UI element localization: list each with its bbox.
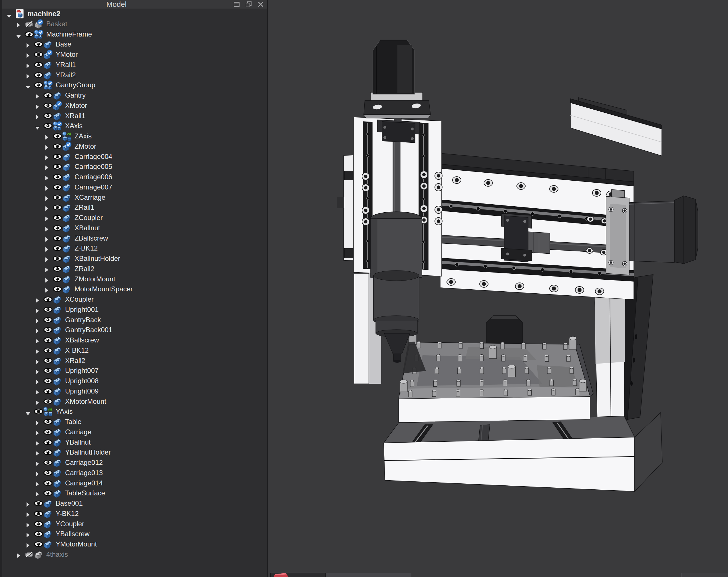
visibility-eye-icon[interactable]: [53, 225, 62, 233]
expander-right-icon[interactable]: [35, 348, 40, 356]
expander-right-icon[interactable]: [35, 307, 40, 315]
tree-item-carriage[interactable]: Carriage: [2, 427, 267, 437]
visibility-eye-icon[interactable]: [53, 245, 62, 253]
tree-item-yaxis[interactable]: YAxis: [2, 406, 267, 417]
bottom-tab-inactive[interactable]: [326, 573, 411, 577]
tree-item-gantry[interactable]: Gantry: [2, 90, 267, 101]
visibility-eye-icon[interactable]: [24, 31, 34, 39]
visibility-eye-icon[interactable]: [34, 500, 44, 508]
expander-right-icon[interactable]: [35, 378, 40, 386]
visibility-eye-icon[interactable]: [34, 41, 44, 49]
tree-item-xcarriage[interactable]: XCarriage: [2, 192, 267, 202]
tree-item-xmotormount[interactable]: XMotorMount: [2, 396, 267, 407]
expander-right-icon[interactable]: [45, 266, 49, 274]
tree-item-upright008[interactable]: Upright008: [2, 376, 267, 386]
expander-right-icon[interactable]: [17, 21, 21, 29]
tree-item-zmotormount[interactable]: ZMotorMount: [2, 274, 267, 284]
visibility-eye-icon[interactable]: [43, 347, 53, 355]
expander-right-icon[interactable]: [35, 317, 40, 325]
tree-item-upright009[interactable]: Upright009: [2, 386, 267, 396]
expander-right-icon[interactable]: [35, 440, 40, 448]
visibility-eye-icon[interactable]: [43, 306, 53, 314]
tree-item-basket[interactable]: Basket: [2, 19, 267, 29]
tree-item-machine2[interactable]: machine2: [2, 8, 267, 19]
visibility-eye-icon[interactable]: [43, 327, 53, 335]
visibility-eye-icon[interactable]: [34, 82, 44, 90]
visibility-eye-icon[interactable]: [53, 143, 62, 151]
visibility-eye-icon[interactable]: [34, 408, 44, 416]
expander-right-icon[interactable]: [26, 521, 30, 529]
tree-item-gantryback001[interactable]: GantryBack001: [2, 325, 267, 335]
tree-item-base001[interactable]: Base001: [2, 498, 267, 509]
visibility-eye-icon[interactable]: [43, 337, 53, 345]
tree-item-xmotor[interactable]: XMotor: [2, 101, 267, 111]
tree-item-ymotormount[interactable]: YMotorMount: [2, 539, 267, 549]
visibility-eye-icon[interactable]: [34, 521, 44, 529]
tree-item-xrail1[interactable]: XRail1: [2, 111, 267, 121]
tree-item-motormountspacer[interactable]: MotorMountSpacer: [2, 284, 267, 294]
machine-part-zmotor[interactable]: [373, 40, 415, 94]
expander-right-icon[interactable]: [45, 256, 49, 264]
visibility-eye-icon[interactable]: [43, 429, 53, 437]
3d-viewport[interactable]: [268, 0, 728, 577]
tree-item-x-bk12[interactable]: X-BK12: [2, 345, 267, 356]
expander-right-icon[interactable]: [26, 52, 30, 60]
tree-item-xballnut[interactable]: XBallnut: [2, 223, 267, 233]
tree-item-z-bk12[interactable]: Z-BK12: [2, 243, 267, 253]
expander-right-icon[interactable]: [26, 42, 30, 50]
tree-item-zrail2[interactable]: ZRail2: [2, 264, 267, 274]
expander-right-icon[interactable]: [45, 246, 49, 254]
expander-right-icon[interactable]: [45, 225, 49, 233]
expander-right-icon[interactable]: [26, 511, 30, 519]
expander-right-icon[interactable]: [35, 470, 40, 478]
visibility-eye-icon[interactable]: [43, 378, 53, 386]
expander-right-icon[interactable]: [26, 62, 30, 70]
tree-item-carriage013[interactable]: Carriage013: [2, 468, 267, 478]
visibility-eye-icon[interactable]: [53, 276, 62, 284]
tree-item-base[interactable]: Base: [2, 39, 267, 49]
visibility-eye-icon[interactable]: [53, 215, 62, 223]
machine-part-base[interactable]: [384, 413, 662, 491]
expander-right-icon[interactable]: [35, 368, 40, 376]
expander-right-icon[interactable]: [45, 144, 49, 152]
visibility-eye-icon[interactable]: [53, 174, 62, 182]
visibility-eye-icon[interactable]: [43, 113, 53, 121]
visibility-eye-icon[interactable]: [53, 255, 62, 264]
expander-right-icon[interactable]: [45, 286, 49, 295]
expander-right-icon[interactable]: [26, 501, 30, 509]
expander-right-icon[interactable]: [35, 419, 40, 427]
tree-item-xrail2[interactable]: XRail2: [2, 356, 267, 366]
expander-right-icon[interactable]: [26, 531, 30, 539]
expander-right-icon[interactable]: [45, 134, 49, 141]
expander-right-icon[interactable]: [45, 205, 49, 213]
expander-right-icon[interactable]: [35, 430, 40, 437]
expander-right-icon[interactable]: [45, 185, 49, 193]
visibility-eye-off-icon[interactable]: [24, 551, 34, 559]
tree-item-xaxis[interactable]: XAxis: [2, 121, 267, 131]
tree-item-upright001[interactable]: Upright001: [2, 304, 267, 315]
expander-right-icon[interactable]: [35, 113, 40, 121]
machine-part-gantry-beam[interactable]: [440, 164, 634, 300]
tree-item-zballscrew[interactable]: ZBallscrew: [2, 233, 267, 243]
visibility-eye-icon[interactable]: [53, 286, 62, 294]
tree-item-gantryback[interactable]: GantryBack: [2, 315, 267, 325]
expander-right-icon[interactable]: [45, 215, 49, 223]
tree-item-zmotor[interactable]: ZMotor: [2, 141, 267, 152]
visibility-eye-icon[interactable]: [53, 194, 62, 202]
visibility-eye-icon[interactable]: [53, 164, 62, 171]
visibility-eye-icon[interactable]: [43, 358, 53, 365]
expander-right-icon[interactable]: [17, 552, 21, 560]
machine-part-zmotor-mount[interactable]: [364, 92, 431, 118]
expander-right-icon[interactable]: [35, 358, 40, 366]
visibility-eye-icon[interactable]: [43, 367, 53, 376]
visibility-eye-icon[interactable]: [53, 235, 62, 243]
expander-right-icon[interactable]: [35, 491, 40, 498]
expander-right-icon[interactable]: [45, 195, 49, 203]
expander-right-icon[interactable]: [45, 164, 49, 172]
visibility-eye-icon[interactable]: [43, 123, 53, 131]
visibility-eye-icon[interactable]: [43, 317, 53, 325]
tree-item-yrail1[interactable]: YRail1: [2, 60, 267, 70]
tree-item-yballnutholder[interactable]: YBallnutHolder: [2, 447, 267, 458]
tree-item-carriage006[interactable]: Carriage006: [2, 172, 267, 182]
tree-item-carriage007[interactable]: Carriage007: [2, 182, 267, 192]
